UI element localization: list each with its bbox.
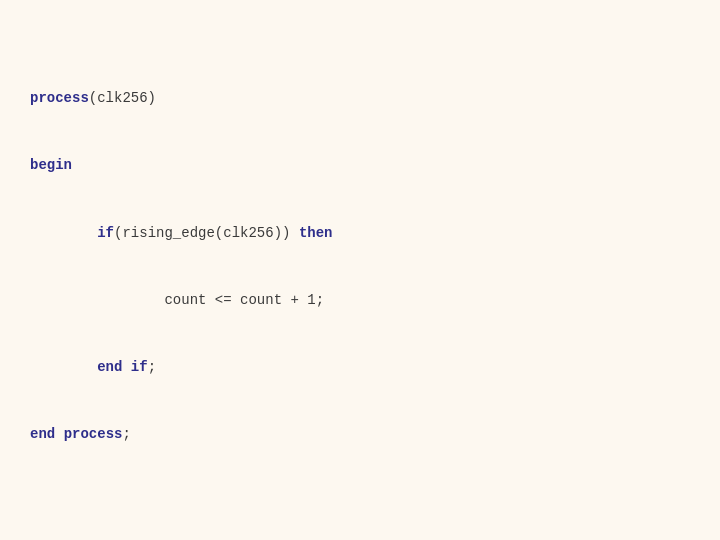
code-line-5: end if; [30,356,690,378]
code-text: count <= count + 1; [30,292,324,308]
code-text: ; [122,426,130,442]
code-line-3: if(rising_edge(clk256)) then [30,222,690,244]
keyword-if2: if [131,359,148,375]
code-container: process(clk256) begin if(rising_edge(clk… [0,0,720,540]
keyword-process2: process [64,426,123,442]
code-text: (rising_edge(clk256)) [114,225,299,241]
code-line-2: begin [30,154,690,176]
keyword-process: process [30,90,89,106]
code-text [122,359,130,375]
spacer1 [30,513,690,531]
keyword-end2: end [30,426,55,442]
code-text [55,426,63,442]
code-text: (clk256) [89,90,156,106]
code-line-6: end process; [30,423,690,445]
code-text [30,225,97,241]
keyword-begin: begin [30,157,72,173]
keyword-if: if [97,225,114,241]
code-block: process(clk256) begin if(rising_edge(clk… [30,20,690,540]
code-text [30,359,97,375]
code-line-4: count <= count + 1; [30,289,690,311]
keyword-end: end [97,359,122,375]
code-line-1: process(clk256) [30,87,690,109]
code-text: ; [148,359,156,375]
keyword-then: then [299,225,333,241]
